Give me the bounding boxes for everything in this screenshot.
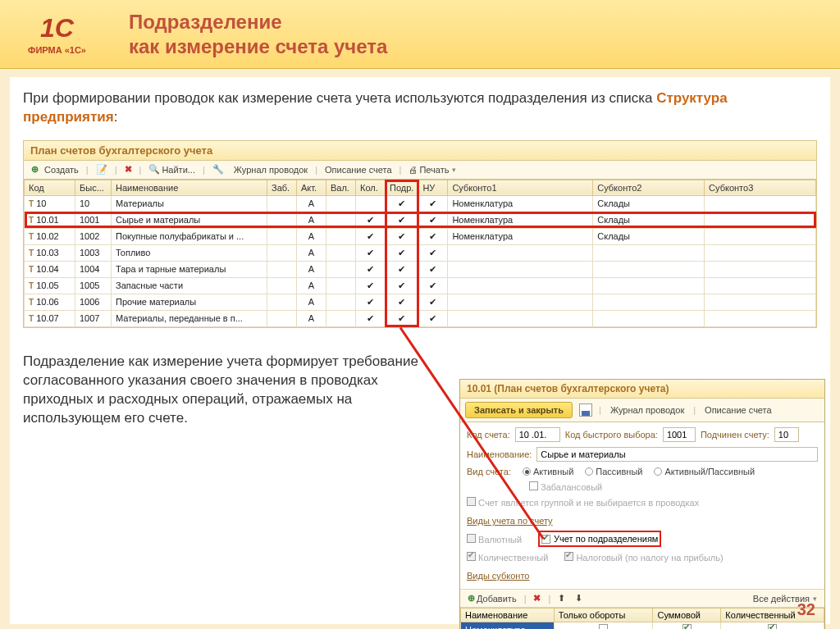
detail-form: Код счета: 10 .01. Код быстрого выбора: … [460, 422, 824, 586]
chart-toolbar: ⊕Создать | 📝 | ✖ | 🔍Найти... | 🔧 Журнал … [24, 161, 816, 180]
column-header[interactable]: Субконто2 [593, 180, 705, 195]
checkbox-icon [467, 497, 476, 506]
column-header[interactable]: Акт. [297, 180, 326, 195]
checkbox-tax[interactable]: Налоговый (по налогу на прибыль) [564, 552, 723, 563]
table-row[interactable]: T 10.011001Сырье и материалыА✔✔✔Номенкла… [25, 212, 816, 228]
radio-passive[interactable]: Пассивный [585, 467, 642, 476]
table-row[interactable]: Номенклатура [461, 622, 824, 630]
radio-active[interactable]: Активный [523, 467, 573, 476]
journal-button[interactable]: Журнал проводок [231, 164, 310, 175]
code-label: Код счета: [467, 430, 510, 440]
plus-icon: ⊕ [468, 593, 475, 604]
chart-of-accounts-panel: План счетов бухгалтерского учета ⊕Создат… [23, 140, 817, 328]
subconto-table[interactable]: НаименованиеТолько оборотыСуммовойКоличе… [460, 608, 824, 629]
column-header[interactable]: Код [25, 180, 75, 195]
print-button[interactable]: 🖨Печать [406, 164, 459, 175]
code-field[interactable]: 10 .01. [515, 427, 560, 442]
detail-toolbar: Записать и закрыть | Журнал проводок | О… [460, 399, 824, 422]
column-header[interactable]: Кол. [356, 180, 386, 195]
slide-title: Подразделение как измерение счета учета [129, 10, 387, 59]
table-row[interactable]: T 10.041004Тара и тарные материалыА✔✔✔ [25, 261, 816, 277]
column-header[interactable]: Наименование [461, 608, 555, 622]
subconto-toolbar: ⊕Добавить | ✖ | ⬆ ⬇ Все действия [460, 589, 824, 608]
save-icon[interactable] [579, 403, 592, 417]
table-row[interactable]: T 10.071007Материалы, переданные в п...А… [25, 310, 816, 326]
slide-header: 1С ФИРМА «1С» Подразделение как измерени… [0, 0, 840, 69]
journal-link[interactable]: Журнал проводок [608, 404, 687, 416]
add-button[interactable]: ⊕Добавить [465, 592, 519, 604]
checkbox-quantity[interactable]: Количественный [467, 552, 548, 563]
logo: 1С ФИРМА «1С» [10, 13, 104, 55]
checkbox-icon [529, 481, 538, 490]
parent-label: Подчинен счету: [701, 430, 769, 440]
logo-sub: ФИРМА «1С» [28, 45, 86, 55]
column-header[interactable]: Наименование [112, 180, 267, 195]
chart-title: План счетов бухгалтерского учета [24, 141, 816, 161]
move-up-button[interactable]: ⬆ [555, 592, 568, 604]
accounts-table[interactable]: КодБыс...НаименованиеЗаб.Акт.Вал.Кол.Под… [24, 180, 816, 327]
column-header[interactable]: Подр. [386, 180, 418, 195]
intro-paragraph: При формировании проводок как измерение … [23, 89, 817, 127]
description-link[interactable]: Описание счета [702, 404, 774, 416]
find-button[interactable]: 🔍Найти... [146, 163, 198, 175]
subconto-section-label: Виды субконто [467, 571, 818, 581]
checkbox-icon [467, 534, 476, 543]
radio-icon [523, 467, 531, 476]
column-header[interactable]: Субконто1 [448, 180, 593, 195]
checkbox-icon [467, 552, 476, 561]
column-header[interactable]: Только обороты [554, 608, 653, 622]
kind-label: Вид счета: [467, 467, 511, 476]
parent-field[interactable]: 10 [774, 427, 799, 442]
column-header[interactable]: Суммовой [653, 608, 721, 622]
plus-icon: ⊕ [31, 164, 43, 175]
checkbox-currency[interactable]: Валютный [467, 534, 522, 545]
remove-button[interactable]: ✖ [531, 592, 543, 604]
move-down-button[interactable]: ⬇ [573, 592, 585, 604]
checkbox-icon [541, 535, 550, 544]
types-section-label: Виды учета по счету [467, 516, 818, 526]
detail-title: 10.01 (План счетов бухгалтерского учета) [460, 380, 824, 399]
column-header[interactable]: Вал. [326, 180, 356, 195]
fast-field[interactable]: 1001 [663, 427, 696, 442]
radio-active-passive[interactable]: Активный/Пассивный [654, 467, 755, 476]
table-row[interactable]: T 10.061006Прочие материалыА✔✔✔ [25, 294, 816, 310]
checkbox-offbalance[interactable]: Забалансовый [529, 481, 602, 492]
table-row[interactable]: T 10.051005Запасные частиА✔✔✔ [25, 277, 816, 294]
settings-button[interactable]: 🔧 [210, 163, 226, 175]
body-paragraph: Подразделение как измерение учета формир… [23, 353, 450, 428]
edit-button[interactable]: 📝 [94, 163, 110, 175]
table-row[interactable]: T 10.021002Покупные полуфабрикаты и ...А… [25, 228, 816, 244]
save-close-button[interactable]: Записать и закрыть [465, 402, 573, 418]
radio-icon [585, 467, 593, 476]
column-header[interactable]: Заб. [267, 180, 297, 195]
page-number: 32 [797, 600, 815, 619]
checkbox-icon [564, 552, 573, 561]
table-row[interactable]: T 10.031003ТопливоА✔✔✔ [25, 244, 816, 261]
checkbox-by-department[interactable]: Учет по подразделениям [538, 531, 661, 547]
column-header[interactable]: НУ [418, 180, 448, 195]
description-button[interactable]: Описание счета [322, 164, 395, 175]
content-area: При формировании проводок как измерение … [0, 69, 840, 629]
name-label: Наименование: [467, 449, 532, 459]
create-button[interactable]: ⊕Создать [29, 163, 81, 176]
checkbox-isgroup[interactable]: Счет является группой и не выбирается в … [467, 497, 699, 508]
account-detail-panel: 10.01 (План счетов бухгалтерского учета)… [459, 379, 825, 629]
column-header[interactable]: Быс... [75, 180, 112, 195]
slide-body: При формировании проводок как измерение … [10, 77, 830, 624]
logo-main: 1С [40, 13, 74, 43]
radio-icon [654, 467, 662, 476]
fast-label: Код быстрого выбора: [565, 430, 658, 440]
column-header[interactable]: Субконто3 [705, 180, 816, 195]
delete-button[interactable]: ✖ [122, 163, 135, 175]
name-field[interactable]: Сырье и материалы [536, 447, 818, 462]
table-row[interactable]: T 1010МатериалыА✔✔НоменклатураСклады [25, 195, 816, 212]
